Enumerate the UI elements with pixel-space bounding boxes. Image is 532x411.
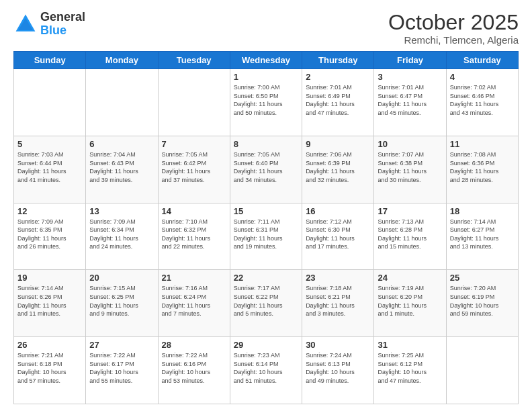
day-number: 11	[450, 139, 515, 149]
day-info: Sunrise: 7:17 AM Sunset: 6:22 PM Dayligh…	[234, 284, 298, 318]
header: General Blue October 2025 Remchi, Tlemce…	[13, 11, 519, 46]
day-header-friday: Friday	[374, 52, 446, 69]
day-number: 14	[162, 206, 226, 216]
day-number: 5	[17, 139, 82, 149]
day-info: Sunrise: 7:05 AM Sunset: 6:40 PM Dayligh…	[234, 150, 298, 184]
day-number: 17	[378, 206, 442, 216]
day-info: Sunrise: 7:20 AM Sunset: 6:19 PM Dayligh…	[450, 284, 515, 318]
logo-blue-text: Blue	[40, 24, 66, 37]
day-info: Sunrise: 7:14 AM Sunset: 6:27 PM Dayligh…	[450, 218, 515, 251]
calendar-cell: 11Sunrise: 7:08 AM Sunset: 6:36 PM Dayli…	[446, 136, 518, 203]
calendar-cell: 18Sunrise: 7:14 AM Sunset: 6:27 PM Dayli…	[446, 203, 518, 270]
day-info: Sunrise: 7:15 AM Sunset: 6:25 PM Dayligh…	[89, 284, 154, 318]
day-info: Sunrise: 7:12 AM Sunset: 6:30 PM Dayligh…	[306, 218, 370, 251]
day-info: Sunrise: 7:11 AM Sunset: 6:31 PM Dayligh…	[234, 218, 298, 251]
calendar-week-row: 1Sunrise: 7:00 AM Sunset: 6:50 PM Daylig…	[14, 69, 519, 136]
calendar-week-row: 5Sunrise: 7:03 AM Sunset: 6:44 PM Daylig…	[14, 136, 519, 203]
calendar-cell: 5Sunrise: 7:03 AM Sunset: 6:44 PM Daylig…	[14, 136, 86, 203]
calendar-cell: 24Sunrise: 7:19 AM Sunset: 6:20 PM Dayli…	[374, 270, 446, 337]
day-number: 7	[162, 139, 226, 149]
day-number: 29	[234, 340, 298, 350]
calendar-cell: 21Sunrise: 7:16 AM Sunset: 6:24 PM Dayli…	[158, 270, 230, 337]
calendar-cell: 14Sunrise: 7:10 AM Sunset: 6:32 PM Dayli…	[158, 203, 230, 270]
calendar: SundayMondayTuesdayWednesdayThursdayFrid…	[13, 51, 519, 404]
calendar-cell	[158, 69, 230, 136]
day-info: Sunrise: 7:06 AM Sunset: 6:39 PM Dayligh…	[306, 150, 370, 184]
day-info: Sunrise: 7:22 AM Sunset: 6:16 PM Dayligh…	[162, 351, 226, 385]
day-number: 13	[89, 206, 154, 216]
day-number: 9	[306, 139, 370, 149]
logo-icon	[13, 12, 38, 36]
calendar-cell: 26Sunrise: 7:21 AM Sunset: 6:18 PM Dayli…	[14, 337, 86, 404]
day-number: 18	[450, 206, 515, 216]
day-number: 10	[378, 139, 442, 149]
calendar-cell: 22Sunrise: 7:17 AM Sunset: 6:22 PM Dayli…	[230, 270, 302, 337]
day-number: 12	[17, 206, 82, 216]
calendar-cell: 10Sunrise: 7:07 AM Sunset: 6:38 PM Dayli…	[374, 136, 446, 203]
day-info: Sunrise: 7:01 AM Sunset: 6:47 PM Dayligh…	[378, 83, 442, 117]
month-title: October 2025	[388, 11, 519, 34]
day-number: 20	[89, 273, 154, 283]
day-number: 16	[306, 206, 370, 216]
day-number: 15	[234, 206, 298, 216]
day-header-wednesday: Wednesday	[230, 52, 302, 69]
calendar-cell	[446, 337, 518, 404]
title-section: October 2025 Remchi, Tlemcen, Algeria	[388, 11, 519, 46]
calendar-cell: 27Sunrise: 7:22 AM Sunset: 6:17 PM Dayli…	[86, 337, 158, 404]
day-info: Sunrise: 7:09 AM Sunset: 6:34 PM Dayligh…	[89, 218, 154, 251]
calendar-cell: 20Sunrise: 7:15 AM Sunset: 6:25 PM Dayli…	[86, 270, 158, 337]
day-number: 25	[450, 273, 515, 283]
day-info: Sunrise: 7:08 AM Sunset: 6:36 PM Dayligh…	[450, 150, 515, 184]
day-info: Sunrise: 7:02 AM Sunset: 6:46 PM Dayligh…	[450, 83, 515, 117]
day-header-sunday: Sunday	[14, 52, 86, 69]
calendar-cell: 3Sunrise: 7:01 AM Sunset: 6:47 PM Daylig…	[374, 69, 446, 136]
day-number: 22	[234, 273, 298, 283]
day-info: Sunrise: 7:23 AM Sunset: 6:14 PM Dayligh…	[234, 351, 298, 385]
day-info: Sunrise: 7:00 AM Sunset: 6:50 PM Dayligh…	[234, 83, 298, 117]
logo-general-text: General	[40, 10, 85, 24]
day-number: 21	[162, 273, 226, 283]
calendar-header-row: SundayMondayTuesdayWednesdayThursdayFrid…	[14, 52, 519, 69]
day-info: Sunrise: 7:16 AM Sunset: 6:24 PM Dayligh…	[162, 284, 226, 318]
calendar-cell: 13Sunrise: 7:09 AM Sunset: 6:34 PM Dayli…	[86, 203, 158, 270]
calendar-cell: 4Sunrise: 7:02 AM Sunset: 6:46 PM Daylig…	[446, 69, 518, 136]
calendar-cell: 28Sunrise: 7:22 AM Sunset: 6:16 PM Dayli…	[158, 337, 230, 404]
day-number: 30	[306, 340, 370, 350]
calendar-cell: 29Sunrise: 7:23 AM Sunset: 6:14 PM Dayli…	[230, 337, 302, 404]
calendar-cell: 25Sunrise: 7:20 AM Sunset: 6:19 PM Dayli…	[446, 270, 518, 337]
location: Remchi, Tlemcen, Algeria	[388, 34, 519, 46]
calendar-cell: 1Sunrise: 7:00 AM Sunset: 6:50 PM Daylig…	[230, 69, 302, 136]
calendar-cell	[14, 69, 86, 136]
day-info: Sunrise: 7:25 AM Sunset: 6:12 PM Dayligh…	[378, 351, 442, 385]
calendar-cell: 7Sunrise: 7:05 AM Sunset: 6:42 PM Daylig…	[158, 136, 230, 203]
day-info: Sunrise: 7:19 AM Sunset: 6:20 PM Dayligh…	[378, 284, 442, 318]
calendar-cell: 23Sunrise: 7:18 AM Sunset: 6:21 PM Dayli…	[302, 270, 374, 337]
day-info: Sunrise: 7:05 AM Sunset: 6:42 PM Dayligh…	[162, 150, 226, 184]
calendar-cell: 2Sunrise: 7:01 AM Sunset: 6:49 PM Daylig…	[302, 69, 374, 136]
day-number: 6	[89, 139, 154, 149]
day-number: 4	[450, 72, 515, 82]
day-number: 28	[162, 340, 226, 350]
day-header-tuesday: Tuesday	[158, 52, 230, 69]
day-number: 19	[17, 273, 82, 283]
calendar-cell: 15Sunrise: 7:11 AM Sunset: 6:31 PM Dayli…	[230, 203, 302, 270]
day-number: 3	[378, 72, 442, 82]
calendar-cell: 12Sunrise: 7:09 AM Sunset: 6:35 PM Dayli…	[14, 203, 86, 270]
calendar-week-row: 26Sunrise: 7:21 AM Sunset: 6:18 PM Dayli…	[14, 337, 519, 404]
calendar-cell	[86, 69, 158, 136]
day-info: Sunrise: 7:22 AM Sunset: 6:17 PM Dayligh…	[89, 351, 154, 385]
day-info: Sunrise: 7:09 AM Sunset: 6:35 PM Dayligh…	[17, 218, 82, 251]
day-number: 26	[17, 340, 82, 350]
day-info: Sunrise: 7:13 AM Sunset: 6:28 PM Dayligh…	[378, 218, 442, 251]
calendar-week-row: 12Sunrise: 7:09 AM Sunset: 6:35 PM Dayli…	[14, 203, 519, 270]
calendar-cell: 9Sunrise: 7:06 AM Sunset: 6:39 PM Daylig…	[302, 136, 374, 203]
day-info: Sunrise: 7:21 AM Sunset: 6:18 PM Dayligh…	[17, 351, 82, 385]
day-number: 24	[378, 273, 442, 283]
page: General Blue October 2025 Remchi, Tlemce…	[0, 0, 532, 411]
day-number: 27	[89, 340, 154, 350]
day-info: Sunrise: 7:03 AM Sunset: 6:44 PM Dayligh…	[17, 150, 82, 184]
day-number: 2	[306, 72, 370, 82]
calendar-cell: 16Sunrise: 7:12 AM Sunset: 6:30 PM Dayli…	[302, 203, 374, 270]
calendar-cell: 17Sunrise: 7:13 AM Sunset: 6:28 PM Dayli…	[374, 203, 446, 270]
calendar-cell: 6Sunrise: 7:04 AM Sunset: 6:43 PM Daylig…	[86, 136, 158, 203]
